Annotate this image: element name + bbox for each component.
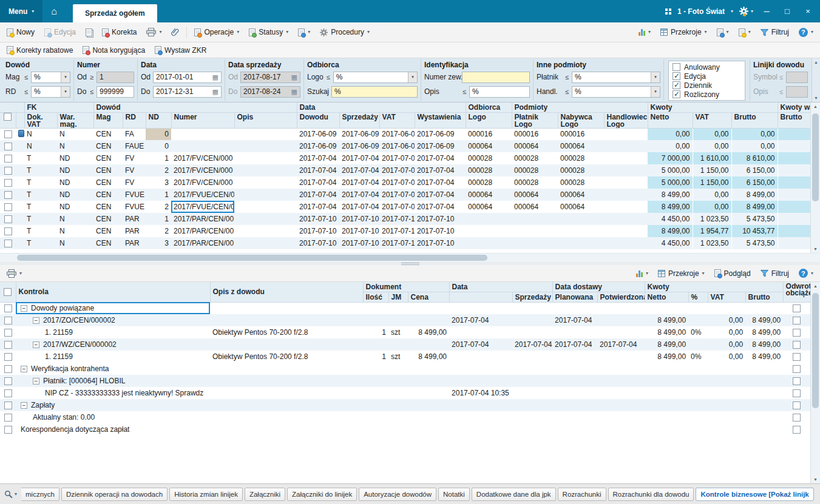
select-all-checkbox[interactable] bbox=[4, 113, 12, 121]
bottom-tab[interactable]: Rozrachunki dla dowodu bbox=[608, 488, 694, 501]
tab-sprzedaz-ogolem[interactable]: Sprzedaż ogółem bbox=[73, 4, 157, 22]
collapse-icon[interactable]: − bbox=[21, 366, 27, 372]
control-row[interactable]: −Zapłaty bbox=[0, 399, 810, 411]
row-checkbox[interactable] bbox=[4, 304, 12, 312]
date-from-input[interactable]: 2017-01-01▦ bbox=[153, 72, 222, 83]
control-row[interactable]: Korespondencja dotycząca zapłat bbox=[0, 423, 810, 435]
row-checkbox[interactable] bbox=[4, 143, 12, 150]
operations-button[interactable]: Operacje▾ bbox=[190, 25, 243, 39]
flag-checkbox[interactable] bbox=[673, 63, 680, 71]
column-header[interactable]: Dok. VAT bbox=[24, 112, 57, 128]
filter-button[interactable]: Filtruj bbox=[756, 25, 793, 39]
line-description-input[interactable] bbox=[786, 86, 808, 98]
views-button[interactable]: Przekroje▾ bbox=[656, 25, 711, 39]
column-header[interactable]: Wystawienia bbox=[415, 112, 466, 128]
odwrotne-checkbox[interactable] bbox=[793, 341, 801, 349]
odwrotne-checkbox[interactable] bbox=[793, 414, 801, 422]
kontrola-cell[interactable]: −Dowody powiązane bbox=[16, 302, 210, 314]
settings-button[interactable]: ▾ bbox=[739, 7, 753, 16]
help-button[interactable]: ?▾ bbox=[795, 25, 818, 39]
control-row[interactable]: −Płatnik: [000064] HLOBIL bbox=[0, 375, 810, 387]
column-header[interactable]: Handlowiec Logo bbox=[604, 112, 648, 128]
odwrotne-checkbox[interactable] bbox=[793, 377, 801, 385]
column-header[interactable]: Brutto bbox=[731, 112, 778, 128]
filter-scrollbar[interactable]: ▲ ▼ bbox=[812, 58, 820, 102]
company-name[interactable]: 1 - Foto Świat bbox=[677, 7, 725, 16]
close-tab-icon[interactable]: × bbox=[816, 489, 818, 499]
filter-button[interactable]: Filtruj bbox=[756, 267, 793, 280]
chart-button[interactable]: ▾ bbox=[632, 267, 652, 280]
scroll-down-icon[interactable]: ▼ bbox=[813, 247, 818, 251]
bottom-tab[interactable]: Załączniki bbox=[245, 488, 285, 501]
kontrola-cell[interactable]: 1. 21159 bbox=[16, 326, 210, 338]
odwrotne-checkbox[interactable] bbox=[793, 329, 801, 337]
collapse-icon[interactable]: − bbox=[33, 317, 39, 324]
row-checkbox[interactable] bbox=[4, 191, 12, 199]
procedures-button[interactable]: Procedury▾ bbox=[316, 25, 374, 39]
copy-button[interactable] bbox=[81, 26, 97, 39]
column-header[interactable]: Cena bbox=[408, 292, 449, 302]
select-all-checkbox[interactable] bbox=[4, 288, 12, 296]
column-header[interactable]: ND bbox=[146, 112, 171, 128]
scroll-thumb[interactable] bbox=[812, 293, 819, 408]
row-checkbox[interactable] bbox=[4, 377, 12, 385]
column-header[interactable]: Brutto bbox=[778, 112, 810, 128]
column-header[interactable] bbox=[449, 292, 512, 302]
logo-filter-select[interactable]: %▾ bbox=[333, 72, 418, 83]
number-from-input[interactable]: 1 bbox=[97, 72, 134, 83]
column-header[interactable]: RD bbox=[123, 112, 146, 128]
column-header[interactable]: Numer bbox=[171, 112, 234, 128]
print-button[interactable]: ▾ bbox=[2, 267, 26, 280]
column-header[interactable]: Ilość bbox=[363, 292, 388, 302]
control-row[interactable]: −Dowody powiązane bbox=[0, 302, 810, 314]
bottom-tab[interactable]: Dodatkowe dane dla jpk bbox=[472, 488, 556, 501]
kontrola-cell[interactable]: Aktualny stan: 0.00 bbox=[16, 411, 210, 423]
kontrola-cell[interactable]: 1. 21159 bbox=[16, 351, 210, 363]
nota-korygujaca-button[interactable]: Nota korygująca bbox=[78, 44, 149, 57]
statuses-button[interactable]: Statusy▾ bbox=[245, 25, 293, 39]
control-row[interactable]: 1. 21159Obiektyw Pentos 70-200 f/2.81szt… bbox=[0, 326, 810, 338]
platnik-filter-select[interactable]: %▾ bbox=[572, 72, 660, 83]
wystaw-zkr-button[interactable]: Wystaw ZKR bbox=[151, 44, 211, 57]
correction-button[interactable]: Korekta bbox=[98, 25, 141, 39]
row-checkbox[interactable] bbox=[4, 130, 12, 138]
bottom-tab[interactable]: Historia zmian linijek bbox=[169, 488, 243, 501]
maximize-button[interactable]: □ bbox=[780, 7, 795, 16]
line-symbol-input[interactable] bbox=[786, 72, 808, 83]
calendar-icon[interactable]: ▦ bbox=[291, 74, 297, 81]
odwrotne-checkbox[interactable] bbox=[793, 353, 801, 361]
row-checkbox[interactable] bbox=[4, 227, 12, 235]
filter-flag-edycja[interactable]: Edycja bbox=[673, 72, 741, 81]
scroll-down-icon[interactable]: ▼ bbox=[814, 96, 818, 100]
search-tabs-button[interactable]: ▾ bbox=[2, 490, 19, 499]
scroll-up-icon[interactable]: ▲ bbox=[813, 104, 818, 109]
korekty-rabatowe-button[interactable]: Korekty rabatowe bbox=[2, 44, 77, 57]
handlowiec-filter-select[interactable]: %▾ bbox=[572, 86, 660, 98]
number-to-input[interactable]: 999999 bbox=[97, 86, 134, 98]
filter-flag-dziennik[interactable]: Dziennik bbox=[673, 81, 741, 90]
collapse-icon[interactable]: − bbox=[33, 378, 39, 385]
external-number-input[interactable] bbox=[462, 72, 530, 83]
column-header[interactable]: Sprzedaży bbox=[512, 292, 552, 302]
search-input[interactable]: % bbox=[331, 86, 418, 98]
row-checkbox[interactable] bbox=[4, 365, 12, 373]
column-header[interactable]: VAT bbox=[708, 292, 745, 302]
control-row[interactable]: −2017/WZ/CEN/0000022017-07-042017-07-042… bbox=[0, 338, 810, 351]
kontrola-cell[interactable]: −Zapłaty bbox=[16, 399, 210, 411]
close-button[interactable]: × bbox=[801, 7, 815, 16]
column-header[interactable]: VAT bbox=[379, 112, 415, 128]
filter-flag-anulowany[interactable]: Anulowany bbox=[673, 62, 741, 72]
document-row[interactable]: NNCENFA02017-06-092017-06-092017-06-0920… bbox=[0, 128, 810, 140]
control-row[interactable]: −Weryfikacja kontrahenta bbox=[0, 363, 810, 375]
kontrola-cell[interactable]: −2017/ZO/CEN/000002 bbox=[16, 314, 210, 326]
odwrotne-checkbox[interactable] bbox=[793, 304, 801, 312]
row-checkbox[interactable] bbox=[4, 240, 12, 247]
odwrotne-checkbox[interactable] bbox=[793, 317, 801, 324]
column-header[interactable]: Dowodu bbox=[297, 112, 339, 128]
kontrola-cell[interactable]: −Weryfikacja kontrahenta bbox=[16, 363, 210, 375]
row-checkbox[interactable] bbox=[4, 155, 12, 163]
bottom-tab[interactable]: micznych bbox=[21, 488, 59, 501]
new-button[interactable]: Nowy bbox=[2, 25, 39, 39]
flag-checkbox[interactable] bbox=[673, 72, 680, 80]
document-row[interactable]: TNCENPAR32017/PAR/CEN/002017-07-102017-0… bbox=[0, 237, 810, 249]
